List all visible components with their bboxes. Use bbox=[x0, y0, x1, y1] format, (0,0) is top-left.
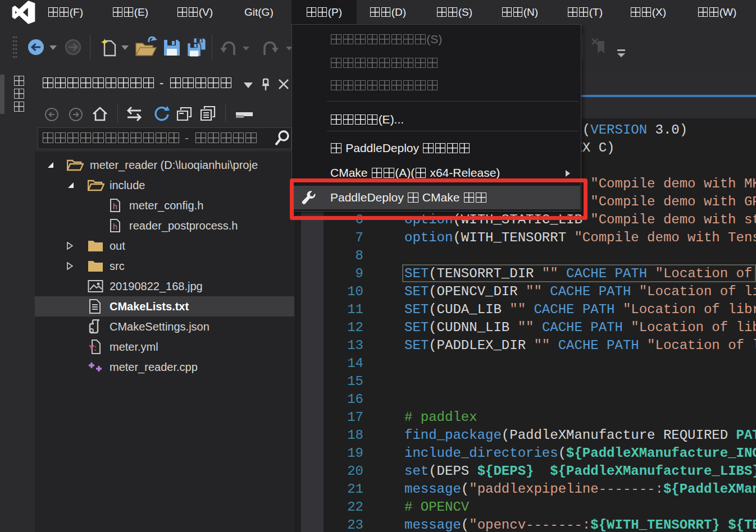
svg-text:h: h bbox=[113, 202, 117, 211]
svg-text:Y:: Y: bbox=[89, 343, 97, 352]
svg-text:h: h bbox=[113, 222, 117, 231]
